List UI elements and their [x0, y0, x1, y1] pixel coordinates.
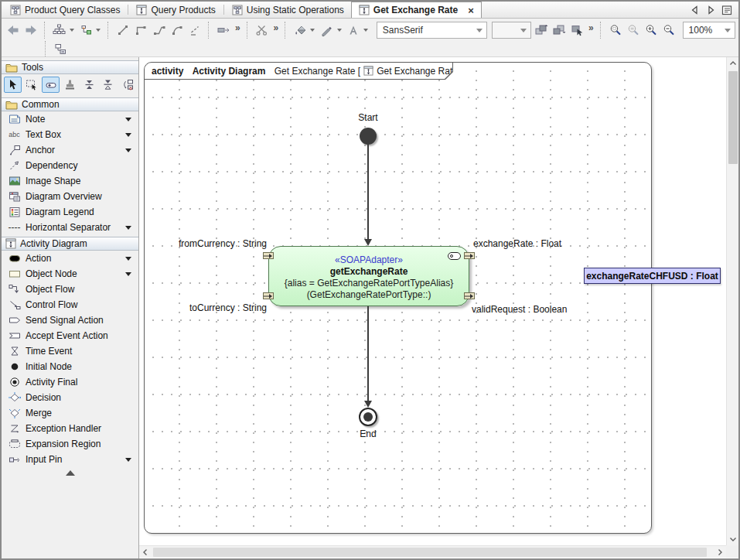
pin-label-exchangerate[interactable]: exchangeRate : Float	[473, 238, 561, 249]
line-curve-icon[interactable]	[169, 21, 185, 39]
palette-item-exception-handler[interactable]: Exception Handler	[2, 421, 138, 436]
scroll-right-icon[interactable]	[714, 546, 726, 558]
palette-item-anchor[interactable]: Anchor	[2, 142, 138, 158]
select-shape-icon[interactable]	[569, 21, 585, 39]
collapse-icon[interactable]	[100, 77, 118, 93]
zoom-in-icon[interactable]	[643, 21, 660, 39]
line-color-icon[interactable]	[319, 21, 335, 39]
tab-list-icon[interactable]	[721, 5, 732, 15]
output-pin-validrequest[interactable]	[464, 292, 475, 299]
pin-label-validrequest[interactable]: validRequest : Boolean	[472, 304, 567, 315]
palette-item-object-node[interactable]: Object Node	[2, 266, 138, 282]
scroll-up-icon[interactable]	[727, 57, 738, 70]
palette-item-control-flow[interactable]: Control Flow	[2, 297, 138, 312]
initial-node[interactable]	[360, 128, 377, 145]
font-size-combo[interactable]	[492, 22, 531, 39]
palette-item-expansion-region[interactable]: Expansion Region	[2, 436, 138, 452]
previous-tab-icon[interactable]	[691, 5, 700, 15]
layout-diagram-icon[interactable]	[51, 21, 67, 39]
pin-label-fromcurrency[interactable]: fromCurrency : String	[151, 238, 267, 249]
line-bend-icon[interactable]	[151, 21, 167, 39]
line-straight-icon[interactable]	[115, 21, 131, 39]
related-elements-icon[interactable]	[53, 42, 68, 57]
scroll-down-icon[interactable]	[727, 533, 738, 545]
display-related-icon[interactable]	[78, 21, 94, 39]
palette-item-dependency[interactable]: Dependency	[2, 158, 138, 173]
stamp-tool-button[interactable]	[61, 77, 79, 93]
font-family-combo[interactable]: SansSerif	[377, 22, 488, 39]
compress-vertical-icon[interactable]	[80, 77, 98, 93]
tab-query-products[interactable]: Query Products	[129, 2, 222, 18]
control-flow-edge[interactable]	[367, 306, 369, 401]
dropdown-arrow-icon[interactable]	[125, 458, 131, 462]
bring-forward-icon[interactable]	[533, 21, 549, 39]
display-related-dropdown-icon[interactable]	[96, 29, 101, 32]
close-tab-icon[interactable]: ×	[468, 5, 474, 15]
palette-item-activity-final[interactable]: Activity Final	[2, 374, 138, 390]
line-color-dropdown-icon[interactable]	[337, 29, 342, 32]
palette-item-image-shape[interactable]: Image Shape	[2, 173, 138, 189]
diagram-frame-header[interactable]: activity Activity Diagram Get Exchange R…	[145, 63, 453, 80]
swap-elements-icon[interactable]	[118, 77, 136, 93]
action-node-getexchangerate[interactable]: «SOAPAdapter» getExchangeRate {alias = G…	[268, 246, 469, 306]
tab-product-query-classes[interactable]: Product Query Classes	[3, 2, 127, 18]
palette-item-time-event[interactable]: Time Event	[2, 343, 138, 359]
palette-scroll-up[interactable]	[2, 470, 138, 476]
start-node-label[interactable]: Start	[346, 112, 390, 123]
pin-label-tocurrency[interactable]: toCurrency : String	[151, 302, 267, 313]
dropdown-arrow-icon[interactable]	[125, 257, 131, 261]
zoom-fit-icon[interactable]	[626, 21, 642, 39]
overflow-chevron[interactable]: »	[587, 22, 595, 33]
palette-item-send-signal-action[interactable]: Send Signal Action	[2, 312, 138, 328]
palette-section-tools[interactable]: Tools	[2, 60, 138, 74]
control-flow-edge[interactable]	[367, 144, 369, 239]
layout-dropdown-icon[interactable]	[70, 29, 74, 32]
line-dashed-icon[interactable]	[187, 21, 203, 39]
dropdown-arrow-icon[interactable]	[125, 272, 131, 276]
input-pin-tocurrency[interactable]	[263, 292, 274, 299]
overflow-chevron[interactable]: »	[272, 22, 281, 33]
palette-section-activity-diagram[interactable]: Activity Diagram	[2, 237, 138, 251]
vertical-scrollbar[interactable]	[726, 57, 738, 545]
palette-section-common[interactable]: Common	[2, 97, 138, 111]
activity-final-node[interactable]	[359, 408, 377, 426]
line-rectilinear-icon[interactable]	[133, 21, 149, 39]
next-tab-icon[interactable]	[706, 5, 715, 15]
tab-using-static-operations[interactable]: Using Static Operations	[225, 2, 351, 18]
horizontal-scrollbar-thumb[interactable]	[153, 548, 707, 557]
send-backward-icon[interactable]	[551, 21, 568, 39]
dropdown-arrow-icon[interactable]	[125, 133, 131, 137]
palette-item-merge[interactable]: Merge	[2, 405, 138, 421]
end-node-label[interactable]: End	[346, 429, 390, 439]
zoom-region-icon[interactable]	[608, 21, 624, 39]
zoom-out-icon[interactable]	[661, 21, 677, 39]
palette-item-input-pin[interactable]: Input Pin	[2, 452, 138, 467]
font-color-icon[interactable]	[346, 21, 362, 39]
resize-shape-icon[interactable]	[216, 21, 232, 39]
font-color-dropdown-icon[interactable]	[363, 29, 368, 32]
palette-item-action[interactable]: Action	[2, 251, 138, 266]
fill-color-dropdown-icon[interactable]	[310, 29, 315, 32]
dropdown-arrow-icon[interactable]	[125, 149, 131, 152]
input-pin-fromcurrency[interactable]	[263, 252, 274, 259]
forward-icon[interactable]	[22, 21, 39, 39]
palette-item-horizontal-separator[interactable]: ---- Horizontal Separator	[2, 220, 138, 235]
palette-item-accept-event-action[interactable]: Accept Event Action	[2, 328, 138, 343]
scroll-left-icon[interactable]	[139, 546, 152, 558]
selected-object-node-label[interactable]: exchangeRateCHFUSD : Float	[584, 268, 721, 284]
palette-item-initial-node[interactable]: Initial Node	[2, 359, 138, 374]
dropdown-arrow-icon[interactable]	[125, 226, 131, 230]
select-tool-button[interactable]	[4, 77, 22, 93]
palette-item-diagram-overview[interactable]: Diagram Overview	[2, 189, 138, 204]
dropdown-arrow-icon[interactable]	[125, 118, 131, 121]
output-pin-exchangerate[interactable]	[464, 252, 475, 259]
overflow-chevron[interactable]: »	[234, 22, 242, 33]
palette-item-diagram-legend[interactable]: Diagram Legend	[2, 204, 138, 220]
back-icon[interactable]	[5, 21, 21, 39]
palette-item-text-box[interactable]: abc Text Box	[2, 127, 138, 142]
palette-item-note[interactable]: Note	[2, 111, 138, 127]
zoom-level-combo[interactable]: 100%	[683, 22, 735, 39]
scissors-icon[interactable]	[254, 21, 270, 39]
marquee-select-tool-button[interactable]	[23, 77, 41, 93]
palette-item-object-flow[interactable]: Object Flow	[2, 282, 138, 297]
